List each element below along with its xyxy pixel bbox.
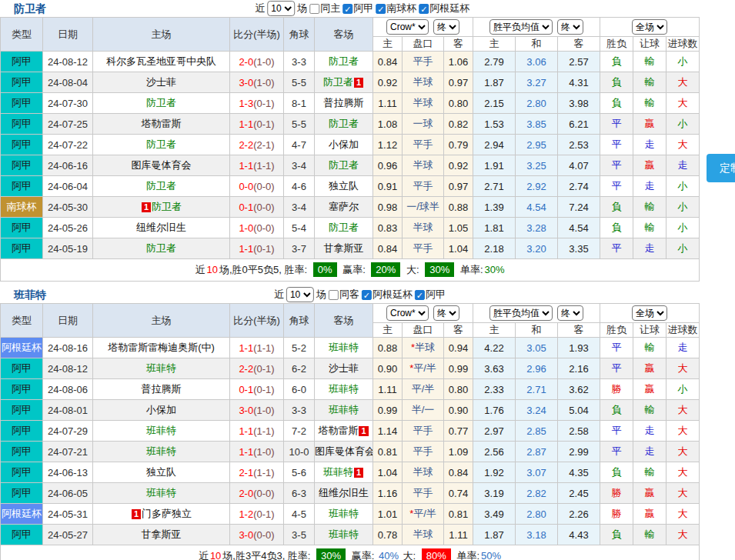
halftime-score: (1-0) xyxy=(253,405,274,416)
avg-home-odds: 3.49 xyxy=(473,504,516,525)
filter-checkbox-group: 同主 xyxy=(309,0,340,17)
match-scope-select[interactable]: 全场 xyxy=(632,305,667,321)
crow-home-odds: 0.91 xyxy=(373,176,403,197)
summary-part: 近 xyxy=(199,550,209,560)
odds-company-select[interactable]: Crow* xyxy=(386,19,429,35)
home-team-name: 塔勒雷斯 xyxy=(142,118,182,129)
avg-home-odds: 4.22 xyxy=(473,338,516,358)
filter-checkbox[interactable] xyxy=(329,290,339,300)
result-outcome: 勝 xyxy=(600,483,633,504)
avg-draw-odds: 3.06 xyxy=(516,52,558,72)
away-team-name: 班菲特 xyxy=(329,404,359,415)
avg-home-odds: 3.63 xyxy=(473,358,516,379)
result-outcome: 平 xyxy=(600,358,633,379)
match-date: 24-08-01 xyxy=(43,400,93,421)
result-handicap: 輸 xyxy=(633,197,667,218)
handicap-cell: 平手 xyxy=(403,176,444,197)
avg-away-odds: 3.62 xyxy=(558,379,600,400)
summary-part: 单率: xyxy=(454,550,479,560)
crow-away-odds: 0.82 xyxy=(444,114,473,135)
match-row: 南球杯24-05-301防卫者0-1(0-0)3-4塞萨尔0.98一/球半0.8… xyxy=(1,197,700,218)
score-cell: 3-0(1-0) xyxy=(230,400,284,421)
away-team-cell: 班菲特1 xyxy=(315,462,373,483)
crow-home-odds: 0.81 xyxy=(373,442,403,462)
avg-home-odds: 1.92 xyxy=(473,462,516,483)
sub-column-header: 让球 xyxy=(633,37,667,52)
halftime-score: (0-0) xyxy=(253,181,274,192)
fulltime-score: 3-0 xyxy=(239,529,253,541)
crow-away-odds: 1.05 xyxy=(444,218,473,238)
handicap-label: 平手 xyxy=(413,180,433,192)
away-team-name: 沙士菲 xyxy=(329,362,359,374)
result-handicap: 贏 xyxy=(633,114,667,135)
match-date: 24-05-26 xyxy=(43,218,93,238)
match-scope-select[interactable]: 全场 xyxy=(632,19,667,35)
odds-term-select[interactable]: 终 xyxy=(433,19,459,35)
odds-term-select[interactable]: 终 xyxy=(433,305,459,321)
avg-odds-select[interactable]: 胜平负均值 xyxy=(489,305,553,321)
avg-away-odds: 4.43 xyxy=(558,525,600,545)
halftime-score: (0-1) xyxy=(253,243,274,255)
avg-draw-odds: 3.27 xyxy=(516,72,558,93)
home-team-name: 防卫者 xyxy=(152,201,182,212)
away-team-name: 塞萨尔 xyxy=(329,201,359,212)
avg-odds-select[interactable]: 胜平负均值 xyxy=(489,19,553,35)
fulltime-score: 2-1 xyxy=(239,467,253,478)
filter-checkbox[interactable]: ✓ xyxy=(376,4,386,14)
recent-count-select[interactable]: 10 xyxy=(267,1,295,16)
avg-away-odds: 4.31 xyxy=(558,72,600,93)
avg-home-odds: 1.39 xyxy=(473,197,516,218)
select-group-header: 胜平负均值终 xyxy=(473,18,600,37)
league-type-badge: 南球杯 xyxy=(1,197,43,218)
filter-checkbox-group: ✓南球杯 xyxy=(376,0,416,17)
match-date: 24-08-04 xyxy=(43,72,93,93)
home-team-name: 甘拿斯亚 xyxy=(142,528,182,540)
handicap-cell: 平手 xyxy=(403,442,444,462)
score-cell: 0-0(0-0) xyxy=(230,176,284,197)
match-row: 阿甲24-08-12科尔多瓦圣地亚哥中央队2-0(1-0)3-3防卫者0.84平… xyxy=(1,52,700,72)
home-team-cell: 防卫者 xyxy=(93,238,230,259)
handicap-label: 平/半 xyxy=(413,508,436,519)
sub-column-header: 盘口 xyxy=(403,37,444,52)
filter-checkbox[interactable] xyxy=(309,4,319,14)
league-type-badge: 阿甲 xyxy=(1,483,43,504)
result-handicap: 輸 xyxy=(633,72,667,93)
handicap-cell: 平手 xyxy=(403,421,444,442)
fulltime-score: 1-2 xyxy=(239,508,253,520)
crow-away-odds: 1.09 xyxy=(444,442,473,462)
home-team-name: 独立队 xyxy=(146,466,176,478)
corner-count: 6-3 xyxy=(284,483,315,504)
avg-draw-odds: 2.80 xyxy=(516,504,558,525)
handicap-cell: 平/半 xyxy=(403,379,444,400)
filter-checkbox[interactable]: ✓ xyxy=(342,4,352,14)
summary-part: 20% xyxy=(371,262,400,277)
handicap-cell: *半球 xyxy=(403,338,444,358)
league-type-badge: 阿甲 xyxy=(1,155,43,176)
handicap-cell: 半球 xyxy=(403,93,444,114)
crow-home-odds: 0.83 xyxy=(373,218,403,238)
customize-button[interactable]: 定制 xyxy=(707,154,735,182)
match-row: 阿甲24-08-04沙士菲3-0(1-0)5-5防卫者10.92半球0.971.… xyxy=(1,72,700,93)
result-handicap: 輸 xyxy=(633,218,667,238)
column-header: 日期 xyxy=(43,18,93,52)
result-outcome: 負 xyxy=(600,197,633,218)
match-date: 24-05-27 xyxy=(43,525,93,545)
league-type-badge: 阿甲 xyxy=(1,442,43,462)
filter-checkbox-label: 阿根廷杯 xyxy=(429,0,469,17)
filter-checkbox[interactable]: ✓ xyxy=(415,290,425,300)
fulltime-score: 3-0 xyxy=(239,405,253,416)
sub-column-header: 进球数 xyxy=(667,323,700,338)
avg-term-select[interactable]: 终 xyxy=(557,305,583,321)
fulltime-score: 2-2 xyxy=(239,363,253,375)
odds-company-select[interactable]: Crow* xyxy=(386,305,429,321)
away-team-cell: 防卫者 xyxy=(315,218,373,238)
score-cell: 1-1(1-1) xyxy=(230,421,284,442)
match-date: 24-06-05 xyxy=(43,483,93,504)
avg-term-select[interactable]: 终 xyxy=(557,19,583,35)
avg-away-odds: 2.53 xyxy=(558,135,600,155)
filter-checkbox[interactable]: ✓ xyxy=(362,290,372,300)
recent-count-select[interactable]: 10 xyxy=(286,287,314,302)
filter-checkbox[interactable]: ✓ xyxy=(419,4,429,14)
avg-draw-odds: 3.07 xyxy=(516,462,558,483)
near-label: 近 xyxy=(274,286,284,303)
